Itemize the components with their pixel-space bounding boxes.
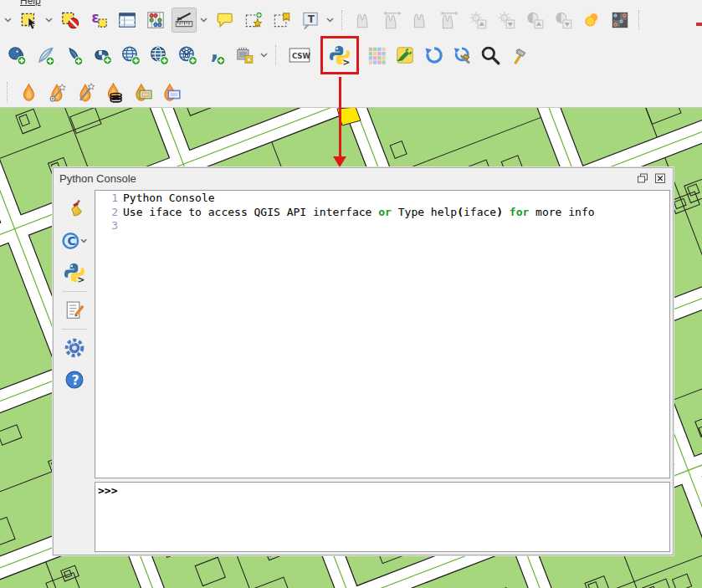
console-output[interactable]: 1Python Console2Use iface to access QGIS… — [95, 190, 670, 478]
toolbar-row-plugin — [0, 79, 186, 105]
measure-line-button[interactable] — [172, 8, 197, 33]
virtual-layer-chip-icon — [233, 44, 255, 66]
statistical-summary-button[interactable] — [143, 8, 168, 33]
console-titlebar[interactable]: Python Console — [54, 168, 673, 189]
full-histogram-stretch-button — [380, 8, 405, 33]
deselect-features-button[interactable] — [58, 8, 83, 33]
full-cumulative-stretch-button — [437, 8, 462, 33]
show-bookmarks-icon — [271, 9, 293, 31]
console-editor-column: 1Python Console2Use iface to access QGIS… — [95, 190, 670, 552]
svg-text:?: ? — [71, 373, 79, 388]
measure-dropdown-chevron-icon[interactable] — [198, 8, 209, 33]
open-attribute-table-button[interactable] — [115, 8, 140, 33]
increase-contrast-button — [522, 8, 547, 33]
local-histogram-stretch-button — [351, 8, 377, 33]
plugin-builder-button[interactable] — [506, 43, 531, 68]
show-spatial-bookmarks-button[interactable] — [269, 8, 295, 33]
brightness-up-icon — [467, 9, 489, 31]
rebuild-plugin-button[interactable] — [449, 43, 474, 68]
select-by-expression-button[interactable]: ε — [86, 8, 111, 33]
flame-blue-frame-icon — [161, 81, 182, 103]
add-delimited-text-layer-button[interactable]: , — [203, 43, 228, 68]
flame-icon — [18, 81, 40, 103]
new-spatial-bookmark-button[interactable] — [241, 8, 266, 33]
attribute-table-icon — [116, 9, 138, 31]
georeferencer-button[interactable] — [607, 8, 633, 33]
clear-console-button[interactable] — [60, 196, 89, 222]
help-button[interactable]: ? — [60, 366, 89, 393]
measure-icon — [173, 9, 195, 31]
contrast-up-icon — [524, 9, 546, 31]
flame-magic-wand-button[interactable] — [74, 79, 99, 105]
add-wms-layer-button[interactable] — [118, 43, 143, 68]
svg-text:CSW: CSW — [292, 52, 311, 60]
wcs-globe-icon — [148, 44, 170, 66]
decrease-contrast-button — [551, 8, 576, 33]
help-icon: ? — [63, 368, 86, 391]
manage-plugins-button[interactable] — [364, 43, 389, 68]
collapse-chevron-icon[interactable] — [3, 8, 13, 33]
cumulative-stretch-icon — [410, 9, 432, 31]
import-class-button[interactable]: C — [60, 228, 89, 254]
select-features-button[interactable] — [17, 8, 42, 33]
add-spatialite-layer-button[interactable] — [33, 43, 58, 68]
virtual-layer-dropdown-chevron-icon[interactable] — [259, 43, 269, 68]
text-annotation-icon: T — [300, 9, 321, 31]
options-button[interactable] — [60, 335, 89, 361]
postgis-elephant-icon — [6, 44, 28, 66]
plugin-installer-button[interactable] — [392, 43, 418, 68]
run-command-button[interactable]: > — [60, 259, 89, 286]
flame-green-frame-button[interactable] — [131, 79, 156, 105]
annotation-dropdown-chevron-icon[interactable] — [325, 8, 336, 33]
menu-help[interactable]: Help — [20, 0, 54, 6]
histogram-stretch-icon — [353, 9, 375, 31]
toolbar-row-attributes: ε T — [0, 8, 647, 33]
highlight-red-box — [320, 36, 359, 74]
flame-star-wand-icon — [47, 81, 69, 103]
flame-button[interactable] — [17, 79, 42, 105]
reload-plugin-button[interactable] — [421, 43, 446, 68]
flame-green-frame-icon — [132, 81, 154, 103]
console-input[interactable]: >>> — [95, 482, 670, 552]
show-editor-button[interactable] — [60, 297, 89, 324]
line-text: Use iface to access QGIS API interface o… — [123, 206, 595, 220]
console-title: Python Console — [59, 172, 632, 185]
select-dropdown-chevron-icon[interactable] — [44, 8, 54, 33]
mssql-icon — [63, 44, 85, 66]
close-window-button[interactable] — [653, 173, 667, 185]
map-tips-button[interactable] — [213, 8, 238, 33]
rebuild-tools-icon — [451, 44, 473, 66]
contrast-down-icon — [552, 9, 574, 31]
console-prompt: >>> — [98, 484, 117, 497]
add-virtual-layer-button[interactable] — [232, 43, 257, 68]
svg-text:>: > — [77, 274, 85, 284]
console-line: 3 — [95, 219, 669, 233]
add-wfs-layer-button[interactable] — [175, 43, 200, 68]
line-text: Python Console — [123, 192, 215, 206]
histogram-stretch-arrows-icon — [382, 9, 403, 31]
annotation-arrow-head-icon — [333, 156, 346, 167]
flame-blue-frame-button[interactable] — [159, 79, 184, 105]
toolbar-separator — [275, 45, 279, 65]
console-body: C > ? 1Python Console2Use iface to acces… — [54, 189, 673, 555]
add-wcs-layer-button[interactable] — [146, 43, 172, 68]
toolbar-separator — [7, 82, 11, 102]
console-sidebar: C > ? — [54, 189, 95, 555]
line-number: 2 — [95, 206, 123, 220]
add-oracle-layer-button[interactable] — [90, 43, 115, 68]
add-postgis-layer-button[interactable] — [4, 43, 29, 68]
decrease-brightness-button — [494, 8, 519, 33]
search-plugins-button[interactable] — [478, 43, 503, 68]
increase-brightness-button — [465, 8, 490, 33]
flame-star-wand-button[interactable] — [45, 79, 70, 105]
float-window-button[interactable] — [636, 173, 649, 185]
import-class-icon: C — [60, 229, 89, 253]
delimited-text-comma-icon: , — [205, 44, 227, 66]
touch-button[interactable] — [579, 8, 604, 33]
text-annotation-button[interactable]: T — [298, 8, 323, 33]
add-mssql-layer-button[interactable] — [61, 43, 86, 68]
flame-layers-button[interactable] — [102, 79, 127, 105]
console-line: 1Python Console — [95, 192, 669, 206]
line-number: 1 — [95, 192, 123, 206]
metasearch-csw-button[interactable]: CSW — [285, 43, 314, 68]
